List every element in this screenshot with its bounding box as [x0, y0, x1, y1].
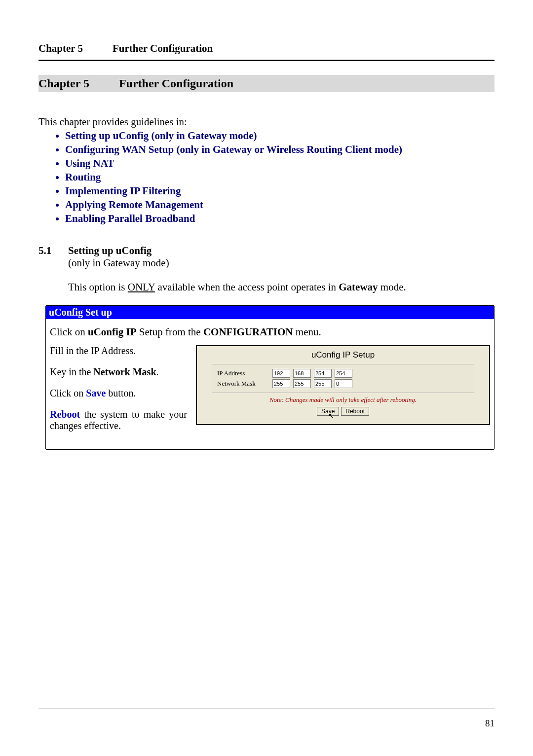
mask-octet-4[interactable]: 0 [335, 379, 352, 388]
section-body: This option is ONLY available when the a… [68, 281, 495, 293]
header-chapter-label: Chapter 5 [38, 42, 83, 54]
topic-item: Configuring WAN Setup (only in Gateway o… [65, 144, 495, 156]
section-subnote: (only in Gateway mode) [68, 257, 495, 269]
setup-box-header: uConfig Set up [46, 306, 494, 319]
text: Setup from the [137, 326, 203, 338]
text: Click on [50, 388, 86, 398]
setup-instruction-line: Click on uConfig IP Setup from the CONFI… [46, 319, 494, 339]
running-header: Chapter 5Further Configuration [38, 42, 495, 55]
topics-list: Setting up uConfig (only in Gateway mode… [38, 130, 495, 225]
page-number: 81 [485, 718, 495, 729]
topic-item: Using NAT [65, 157, 495, 170]
setup-left-column: Fill in the IP Address. Key in the Netwo… [50, 345, 187, 441]
text-bold: uConfig IP [88, 326, 137, 338]
chapter-label: Chapter 5 [38, 77, 89, 90]
section-heading: 5.1 Setting up uConfig [38, 245, 495, 257]
text: menu. [293, 326, 321, 338]
save-button-label: Save [321, 408, 335, 415]
topic-item: Enabling Parallel Broadband [65, 213, 495, 225]
mask-octet-3[interactable]: 255 [314, 379, 332, 388]
embedded-screenshot: uConfig IP Setup IP Address 192 168 254 … [196, 345, 490, 425]
header-rule [38, 60, 495, 61]
chapter-heading-bar: Chapter 5Further Configuration [38, 75, 495, 92]
footer-rule [38, 709, 495, 709]
ip-address-label: IP Address [217, 369, 272, 377]
document-page: Chapter 5Further Configuration Chapter 5… [0, 0, 533, 756]
mask-octet-2[interactable]: 255 [293, 379, 311, 388]
reboot-button[interactable]: Reboot [341, 407, 369, 416]
reboot-emphasis: Reboot [50, 409, 80, 420]
intro-text: This chapter provides guidelines in: [38, 116, 495, 128]
step-fill-ip: Fill in the IP Address. [50, 345, 187, 357]
step-reboot: Reboot the system to make your changes e… [50, 409, 187, 432]
text: Key in the [50, 366, 93, 377]
mask-octet-1[interactable]: 255 [272, 379, 290, 388]
topic-item: Routing [65, 171, 495, 183]
header-chapter-title: Further Configuration [113, 42, 213, 54]
body-text: available when the access point operates… [155, 281, 339, 293]
save-emphasis: Save [86, 388, 106, 398]
chapter-title: Further Configuration [119, 77, 233, 90]
network-mask-row: Network Mask 255 255 255 0 [217, 379, 469, 388]
text: Click on [50, 326, 88, 338]
text: button. [106, 388, 136, 398]
step-click-save: Click on Save button. [50, 388, 187, 399]
ip-octet-3[interactable]: 254 [314, 369, 332, 378]
button-row: Save ↖ Reboot [197, 407, 489, 416]
form-panel: IP Address 192 168 254 254 Network Mask … [212, 364, 474, 393]
save-button[interactable]: Save ↖ [317, 407, 339, 416]
shot-title: uConfig IP Setup [197, 346, 489, 362]
body-text: mode. [378, 281, 406, 293]
text-bold: Network Mask [93, 366, 156, 377]
uconfig-setup-box: uConfig Set up Click on uConfig IP Setup… [45, 305, 495, 450]
reboot-note: Note: Changes made will only take effect… [197, 396, 489, 404]
text: . [156, 366, 159, 377]
body-text: This option is [68, 281, 128, 293]
section-title: Setting up uConfig [68, 245, 152, 257]
topic-item: Setting up uConfig (only in Gateway mode… [65, 130, 495, 142]
ip-octet-2[interactable]: 168 [293, 369, 311, 378]
setup-body-columns: Fill in the IP Address. Key in the Netwo… [46, 339, 494, 449]
body-only: ONLY [128, 281, 155, 293]
ip-octet-1[interactable]: 192 [272, 369, 290, 378]
section-number: 5.1 [38, 245, 68, 257]
topic-item: Implementing IP Filtering [65, 185, 495, 197]
text-bold: CONFIGURATION [203, 326, 293, 338]
topic-item: Applying Remote Management [65, 199, 495, 211]
body-gateway: Gateway [339, 281, 378, 293]
step-network-mask: Key in the Network Mask. [50, 366, 187, 378]
network-mask-label: Network Mask [217, 380, 272, 388]
ip-address-row: IP Address 192 168 254 254 [217, 369, 469, 378]
ip-octet-4[interactable]: 254 [335, 369, 352, 378]
